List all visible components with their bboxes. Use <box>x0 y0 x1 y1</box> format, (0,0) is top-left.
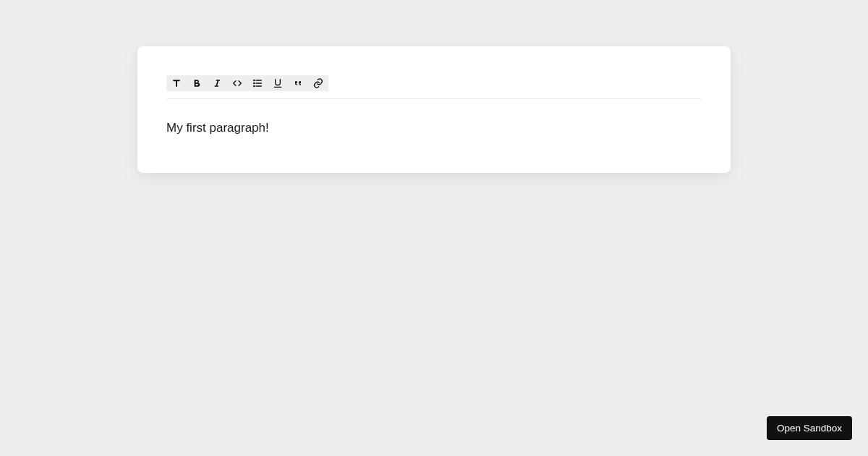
text-icon <box>171 77 182 89</box>
open-sandbox-label: Open Sandbox <box>777 423 842 434</box>
code-icon <box>231 77 243 89</box>
link-icon <box>312 77 324 89</box>
list-icon <box>252 77 263 89</box>
bold-icon <box>191 77 203 89</box>
paragraph-text: My first paragraph! <box>166 119 702 137</box>
list-button[interactable] <box>247 75 268 91</box>
svg-point-5 <box>254 85 255 86</box>
open-sandbox-button[interactable]: Open Sandbox <box>767 416 852 440</box>
quote-icon <box>292 77 304 89</box>
code-button[interactable] <box>227 75 247 91</box>
toolbar <box>166 75 702 99</box>
link-button[interactable] <box>308 75 328 91</box>
svg-point-3 <box>254 80 255 80</box>
editor-card: My first paragraph! <box>137 46 731 173</box>
italic-icon <box>211 77 223 89</box>
text-format-button[interactable] <box>166 75 187 91</box>
quote-button[interactable] <box>288 75 308 91</box>
svg-point-4 <box>254 83 255 83</box>
underline-button[interactable] <box>268 75 288 91</box>
editor-content[interactable]: My first paragraph! <box>166 106 702 137</box>
bold-button[interactable] <box>187 75 207 91</box>
italic-button[interactable] <box>207 75 227 91</box>
underline-icon <box>272 77 284 89</box>
